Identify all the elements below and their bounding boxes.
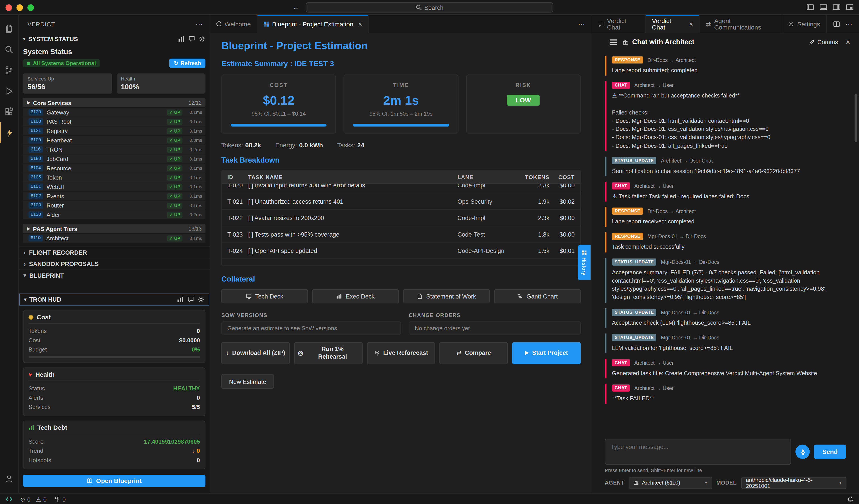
message-route: Architect → User bbox=[634, 82, 674, 88]
secondary-panel: Verdict Chat Verdict Chat × ⇄ Agent Comm… bbox=[592, 15, 859, 493]
chart-icon[interactable] bbox=[178, 35, 184, 42]
source-control-icon[interactable] bbox=[0, 60, 18, 80]
table-row[interactable]: T-022 [ ] Avatar resizes to 200x200 Code… bbox=[222, 210, 580, 226]
agent-tiers-group[interactable]: ▶ PAS Agent Tiers 13/13 bbox=[23, 224, 206, 233]
comment-icon[interactable] bbox=[189, 35, 195, 42]
section-sandbox-proposals[interactable]: › SANDBOX PROPOSALS bbox=[18, 258, 210, 269]
statement-of-work-button[interactable]: Statement of Work bbox=[403, 289, 490, 303]
send-button[interactable]: Send bbox=[814, 445, 846, 459]
panel-more-icon[interactable]: ⋯ bbox=[845, 20, 853, 28]
service-row[interactable]: 6105 Token ✓ UP 0.1ms bbox=[23, 173, 206, 182]
service-status-badge: ✓ UP bbox=[167, 235, 183, 241]
gear-icon[interactable] bbox=[198, 296, 204, 303]
service-row[interactable]: 6120 Gateway ✓ UP 0.1ms bbox=[23, 108, 206, 117]
history-tab[interactable]: History bbox=[578, 245, 590, 280]
table-row[interactable]: T-021 [ ] Unauthorized access returns 40… bbox=[222, 193, 580, 210]
new-estimate-button[interactable]: New Estimate bbox=[221, 374, 274, 389]
service-status-badge: ✓ UP bbox=[167, 212, 183, 218]
chevron-down-icon: ▾ bbox=[705, 480, 707, 485]
accounts-icon[interactable] bbox=[0, 468, 18, 489]
gear-icon[interactable] bbox=[199, 35, 205, 42]
section-system-status[interactable]: ▾ SYSTEM STATUS bbox=[18, 33, 210, 45]
search-activity-icon[interactable] bbox=[0, 39, 18, 60]
chart-icon[interactable] bbox=[177, 296, 183, 303]
model-select[interactable]: anthropic/claude-haiku-4-5-20251001 ▾ bbox=[741, 477, 846, 489]
start-project-button[interactable]: ▶ Start Project bbox=[512, 342, 581, 364]
tech-deck-button[interactable]: Tech Deck bbox=[221, 289, 308, 303]
agent-select[interactable]: Architect (6110) ▾ bbox=[629, 477, 712, 489]
tab-welcome[interactable]: Welcome bbox=[210, 15, 257, 33]
close-window-button[interactable] bbox=[5, 4, 12, 11]
section-tron-hud[interactable]: ▾ TRON HUD bbox=[19, 294, 209, 306]
tab-settings[interactable]: Settings bbox=[783, 15, 827, 33]
service-row[interactable]: 6180 JobCard ✓ UP 0.1ms bbox=[23, 154, 206, 164]
core-services-group[interactable]: ▶ Core Services 12/12 bbox=[23, 98, 206, 107]
table-body[interactable]: T-020 [ ] Invalid input returns 400 with… bbox=[222, 184, 580, 265]
extensions-icon[interactable] bbox=[0, 101, 18, 122]
search-input[interactable]: Search bbox=[306, 2, 554, 13]
close-icon[interactable]: × bbox=[846, 38, 850, 46]
service-row[interactable]: 6109 Heartbeat ✓ UP 0.3ms bbox=[23, 136, 206, 145]
notifications-bell-icon[interactable] bbox=[847, 496, 854, 502]
section-blueprint[interactable]: ▾ BLUEPRINT bbox=[18, 270, 210, 281]
chat-message: CHAT Architect → User Generated task tit… bbox=[605, 358, 846, 379]
refresh-button[interactable]: ↻ Refresh bbox=[169, 59, 206, 68]
service-row[interactable]: 6110 Architect ✓ UP 0.1ms bbox=[23, 234, 206, 243]
chat-message-input[interactable] bbox=[605, 439, 791, 465]
live-reforecast-button[interactable]: Live Reforecast bbox=[367, 342, 435, 364]
run-debug-icon[interactable] bbox=[0, 80, 18, 101]
service-row[interactable]: 6103 Router ✓ UP 0.1ms bbox=[23, 201, 206, 210]
scrollbar-thumb[interactable] bbox=[855, 94, 857, 142]
section-flight-recorder[interactable]: › FLIGHT RECORDER bbox=[18, 246, 210, 258]
toggle-panel-icon[interactable] bbox=[819, 3, 827, 11]
message-type-badge: RESPONSE bbox=[612, 208, 643, 215]
service-row[interactable]: 6104 Resource ✓ UP 0.1ms bbox=[23, 164, 206, 173]
service-name: Architect bbox=[46, 235, 69, 242]
sidebar-more-icon[interactable]: ⋯ bbox=[196, 20, 203, 28]
service-row[interactable]: 6101 WebUI ✓ UP 0.1ms bbox=[23, 182, 206, 192]
tab-verdict-chat-2[interactable]: Verdict Chat × bbox=[646, 15, 699, 33]
explorer-icon[interactable] bbox=[0, 18, 18, 39]
customize-layout-icon[interactable] bbox=[846, 3, 854, 11]
editor-actions-more-icon[interactable]: ⋯ bbox=[578, 20, 585, 28]
close-tab-icon[interactable]: × bbox=[689, 20, 693, 28]
comment-icon[interactable] bbox=[187, 296, 194, 303]
comms-button[interactable]: Comms bbox=[809, 39, 838, 45]
gantt-chart-button[interactable]: Gantt Chart bbox=[494, 289, 581, 303]
service-row[interactable]: 6102 Events ✓ UP 0.1ms bbox=[23, 192, 206, 201]
remote-indicator[interactable] bbox=[5, 495, 13, 503]
table-row[interactable]: T-023 [ ] Tests pass with >95% coverage … bbox=[222, 226, 580, 242]
verdict-activity-icon[interactable] bbox=[0, 122, 18, 143]
split-editor-icon[interactable] bbox=[833, 20, 840, 27]
tab-verdict-chat-1[interactable]: Verdict Chat bbox=[592, 15, 646, 33]
minimize-window-button[interactable] bbox=[16, 4, 23, 11]
service-row[interactable]: 6100 PAS Root ✓ UP 0.1ms bbox=[23, 117, 206, 126]
tab-agent-communications[interactable]: ⇄ Agent Communications bbox=[700, 15, 783, 33]
run-rehearsal-button[interactable]: ◎ Run 1% Rehearsal bbox=[294, 342, 363, 364]
tab-blueprint-project-estimation[interactable]: Blueprint - Project Estimation × bbox=[257, 15, 369, 33]
message-type-badge: RESPONSE bbox=[612, 56, 643, 63]
model-label: MODEL bbox=[717, 479, 737, 486]
back-button[interactable]: ← bbox=[292, 3, 300, 11]
table-row[interactable]: T-020 [ ] Invalid input returns 400 with… bbox=[222, 184, 580, 194]
exec-deck-button[interactable]: Exec Deck bbox=[312, 289, 399, 303]
download-all-zip-button[interactable]: ↓ Download All (ZIP) bbox=[221, 342, 290, 364]
task-id-cell: T-020 bbox=[222, 184, 248, 188]
service-row[interactable]: 6130 Aider ✓ UP 0.2ms bbox=[23, 210, 206, 219]
table-row[interactable]: T-024 [ ] OpenAPI spec updated Code-API-… bbox=[222, 243, 580, 259]
close-tab-icon[interactable]: × bbox=[358, 20, 362, 28]
toggle-sidebar-icon[interactable] bbox=[807, 3, 814, 11]
mic-button[interactable] bbox=[796, 445, 810, 459]
sidebar-title: VERDICT bbox=[27, 20, 55, 27]
menu-icon[interactable] bbox=[610, 42, 617, 43]
compare-button[interactable]: ⇄ Compare bbox=[440, 342, 508, 364]
chat-message-list[interactable]: RESPONSE Dir-Docs → Architect Lane repor… bbox=[592, 51, 859, 436]
service-row[interactable]: 6121 Registry ✓ UP 0.1ms bbox=[23, 126, 206, 136]
open-blueprint-button[interactable]: Open Blueprint bbox=[23, 475, 206, 487]
problems-indicator[interactable]: ⊘ 0 ⚠ 0 bbox=[20, 496, 46, 502]
service-row[interactable]: 6116 TRON ✓ UP 0.2ms bbox=[23, 145, 206, 154]
maximize-window-button[interactable] bbox=[27, 4, 34, 11]
task-lane-cell: Ops-Security bbox=[457, 198, 516, 204]
toggle-secondary-sidebar-icon[interactable] bbox=[833, 3, 840, 11]
ports-indicator[interactable]: 0 bbox=[54, 496, 65, 502]
